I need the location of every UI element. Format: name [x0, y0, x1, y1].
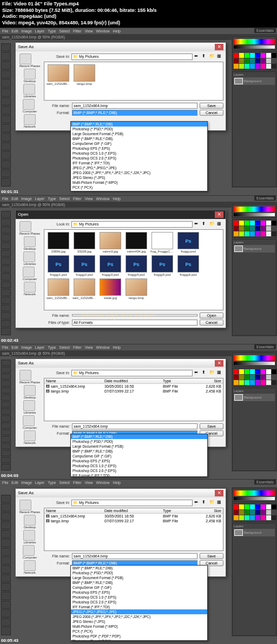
file-thumb[interactable]: Psfroggy4.psd: [124, 255, 148, 276]
tool-3[interactable]: [1, 521, 11, 529]
lookin-dropdown[interactable]: 📁 My Pictures: [71, 221, 193, 228]
workspace-switcher[interactable]: Essentials: [254, 344, 276, 349]
place-recent-places[interactable]: Recent Places: [19, 221, 41, 235]
gray-bar-icon[interactable]: [234, 213, 275, 216]
tool-14[interactable]: [1, 618, 11, 626]
tool-10[interactable]: [1, 583, 11, 591]
swatch[interactable]: [266, 375, 271, 380]
format-option[interactable]: BMP (*.BMP;*.RLE;*.DIB): [71, 566, 207, 570]
close-icon[interactable]: ✕: [215, 211, 223, 218]
menu-image[interactable]: Image: [21, 481, 31, 484]
file-thumb[interactable]: Psfroggy1.psd: [47, 255, 70, 276]
tool-9[interactable]: [1, 281, 11, 288]
swatch[interactable]: [239, 510, 244, 515]
cancel-button[interactable]: Cancel: [200, 110, 223, 116]
tool-1[interactable]: [1, 218, 11, 225]
tool-7[interactable]: [1, 408, 11, 415]
close-icon[interactable]: ✕: [215, 44, 223, 50]
swatch[interactable]: [255, 221, 260, 225]
swatch[interactable]: [261, 380, 266, 385]
tool-2[interactable]: [1, 374, 11, 380]
tool-15[interactable]: [1, 464, 11, 470]
tool-14[interactable]: [1, 320, 11, 327]
menu-view[interactable]: View: [85, 29, 93, 33]
swatch[interactable]: [239, 64, 244, 69]
swatch[interactable]: [261, 221, 266, 225]
file-thumb[interactable]: frog_FroggyCs.jpg: [150, 232, 174, 253]
swatch[interactable]: [255, 58, 260, 63]
swatch[interactable]: [245, 221, 249, 225]
place-network[interactable]: Network: [24, 430, 36, 444]
place-computer[interactable]: Computer: [23, 99, 37, 113]
tool-1[interactable]: [1, 367, 11, 373]
swatch[interactable]: [272, 58, 276, 63]
format-option[interactable]: Photoshop DCS 1.0 (*.EPS): [71, 463, 207, 468]
format-option[interactable]: IFF Format (*.IFF;*.TDI): [71, 473, 207, 477]
format-list[interactable]: BMP (*.BMP;*.RLE;*.DIB)Photoshop (*.PSD;…: [70, 434, 208, 477]
format-option[interactable]: Photoshop DCS 1.0 (*.EPS): [71, 595, 207, 600]
swatches-panel[interactable]: [232, 219, 276, 238]
tool-15[interactable]: [1, 328, 11, 335]
swatch[interactable]: [239, 226, 244, 231]
tool-3[interactable]: [1, 234, 11, 241]
menu-image[interactable]: Image: [21, 197, 31, 201]
tool-2[interactable]: [1, 512, 11, 520]
color-panel[interactable]: [232, 36, 276, 50]
tool-8[interactable]: [1, 415, 11, 422]
place-libraries[interactable]: Libraries: [23, 400, 36, 414]
swatch[interactable]: [272, 53, 276, 58]
format-list[interactable]: BMP (*.BMP;*.RLE;*.DIB)Photoshop (*.PSD;…: [70, 565, 208, 641]
tool-7[interactable]: [1, 265, 11, 273]
swatch[interactable]: [272, 504, 276, 509]
place-recent-places[interactable]: Recent Places: [19, 370, 41, 384]
nav-icons[interactable]: ⬅⬆📁▦: [194, 370, 223, 376]
swatch[interactable]: [250, 64, 255, 69]
hue-bar-icon[interactable]: [234, 355, 275, 361]
file-thumb[interactable]: Psfroggy.psd: [176, 232, 200, 253]
hue-bar-icon[interactable]: [234, 490, 275, 496]
menu-view[interactable]: View: [85, 197, 93, 201]
gray-bar-icon[interactable]: [234, 362, 275, 365]
swatch[interactable]: [250, 226, 255, 231]
menu-edit[interactable]: Edit: [11, 197, 18, 201]
swatch[interactable]: [245, 375, 249, 380]
column-headers[interactable]: Name Date modified Type Size: [44, 508, 223, 514]
layer-row[interactable]: Background: [234, 77, 275, 85]
format-list[interactable]: BMP (*.BMP;*.RLE;*.DIB)Photoshop (*.PSD;…: [70, 121, 208, 191]
place-computer[interactable]: Computer: [23, 267, 37, 281]
tool-7[interactable]: [1, 106, 11, 115]
tool-9[interactable]: [1, 574, 11, 582]
swatch[interactable]: [234, 53, 239, 58]
tool-12[interactable]: [1, 443, 11, 449]
swatch[interactable]: [272, 369, 276, 374]
place-libraries[interactable]: Libraries: [23, 251, 36, 265]
tool-4[interactable]: [1, 530, 11, 538]
swatch[interactable]: [266, 510, 271, 515]
menu-select[interactable]: Select: [60, 346, 70, 349]
tool-0[interactable]: [1, 211, 11, 218]
swatch[interactable]: [272, 375, 276, 380]
swatch[interactable]: [239, 380, 244, 385]
hue-bar-icon[interactable]: [234, 39, 275, 44]
tool-4[interactable]: [1, 242, 11, 249]
tool-6[interactable]: [1, 548, 11, 556]
table-row[interactable]: 🖼 tango.bmp07/07/1999 22:17BMP File2,458…: [44, 519, 223, 523]
menu-help[interactable]: Help: [113, 197, 121, 201]
format-dropdown[interactable]: BMP (*.BMP;*.RLE;*.DIB): [72, 110, 197, 116]
swatch[interactable]: [234, 231, 239, 236]
swatch[interactable]: [234, 369, 239, 374]
layers-panel[interactable]: Layers Background: [232, 71, 276, 187]
menu-type[interactable]: Type: [48, 481, 56, 484]
tool-4[interactable]: [1, 79, 11, 88]
menu-type[interactable]: Type: [48, 29, 56, 33]
swatch[interactable]: [255, 380, 260, 385]
color-panel[interactable]: [232, 353, 276, 367]
tool-8[interactable]: [1, 115, 11, 124]
tool-15[interactable]: [1, 178, 11, 187]
tool-12[interactable]: [1, 151, 11, 160]
format-option[interactable]: PCX (*.PCX): [71, 185, 207, 190]
tool-3[interactable]: [1, 70, 11, 79]
tool-15[interactable]: [1, 627, 11, 635]
swatch[interactable]: [266, 226, 271, 231]
format-option[interactable]: CompuServe GIF (*.GIF): [71, 454, 207, 459]
